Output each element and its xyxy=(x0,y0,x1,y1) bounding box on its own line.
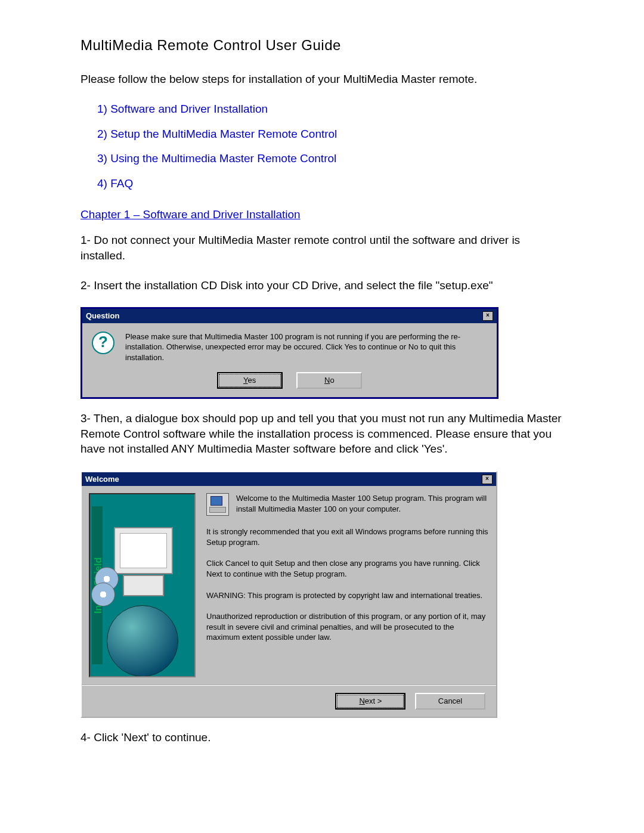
chapter-1-heading: Chapter 1 – Software and Driver Installa… xyxy=(80,207,564,222)
question-dialog-title: Question xyxy=(86,311,119,321)
globe-icon xyxy=(107,605,178,677)
welcome-dialog-body: InstallShield Welcome to the Multimedia … xyxy=(82,486,496,685)
computer-base-icon xyxy=(123,575,164,596)
next-button[interactable]: Next > xyxy=(335,693,405,710)
document-page: MultiMedia Remote Control User Guide Ple… xyxy=(0,0,644,833)
step-4-text: 4- Click 'Next' to continue. xyxy=(80,730,564,745)
no-button[interactable]: No xyxy=(296,372,362,389)
welcome-dialog-titlebar: Welcome × xyxy=(82,472,496,487)
welcome-dialog: Welcome × InstallShield Welcome to the M… xyxy=(80,471,497,718)
welcome-p3: Click Cancel to quit Setup and then clos… xyxy=(206,558,489,579)
setup-computer-icon xyxy=(206,493,229,516)
question-dialog: Question × ? Please make sure that Multi… xyxy=(80,307,499,399)
welcome-p4: WARNING: This program is protected by co… xyxy=(206,590,489,601)
toc-item-2[interactable]: 2) Setup the MultiMedia Master Remote Co… xyxy=(97,126,564,142)
intro-paragraph: Please follow the below steps for instal… xyxy=(80,72,564,87)
toc-item-4[interactable]: 4) FAQ xyxy=(97,176,564,191)
question-dialog-body: ? Please make sure that Multimedia Maste… xyxy=(82,323,497,369)
welcome-p2: It is strongly recommended that you exit… xyxy=(206,527,489,547)
question-dialog-buttons: Yes No xyxy=(82,368,497,397)
close-icon[interactable]: × xyxy=(482,475,493,484)
monitor-icon xyxy=(114,527,173,574)
step-3-text: 3- Then, a dialogue box should pop up an… xyxy=(80,411,564,457)
cd-icon xyxy=(91,583,115,606)
question-mark-icon: ? xyxy=(92,332,114,354)
page-title: MultiMedia Remote Control User Guide xyxy=(80,36,564,55)
step-2-text: 2- Insert the installation CD Disk into … xyxy=(80,278,564,293)
welcome-p5: Unauthorized reproduction or distributio… xyxy=(206,611,489,643)
welcome-dialog-footer: Next > Cancel xyxy=(82,685,496,717)
cancel-button[interactable]: Cancel xyxy=(415,693,485,710)
welcome-p1: Welcome to the Multimedia Master 100 Set… xyxy=(236,493,489,516)
close-icon[interactable]: × xyxy=(482,311,493,321)
welcome-dialog-title: Welcome xyxy=(85,474,119,485)
installshield-graphic: InstallShield xyxy=(89,493,196,677)
step-1-text: 1- Do not connect your MultiMedia Master… xyxy=(80,233,564,263)
question-dialog-message: Please make sure that Multimedia Master … xyxy=(125,332,487,363)
question-dialog-titlebar: Question × xyxy=(82,309,497,323)
toc-item-3[interactable]: 3) Using the Multimedia Master Remote Co… xyxy=(97,151,564,166)
table-of-contents: 1) Software and Driver Installation 2) S… xyxy=(97,101,564,191)
toc-item-1[interactable]: 1) Software and Driver Installation xyxy=(97,101,564,117)
welcome-dialog-text: Welcome to the Multimedia Master 100 Set… xyxy=(206,493,489,677)
yes-button[interactable]: Yes xyxy=(217,372,283,389)
